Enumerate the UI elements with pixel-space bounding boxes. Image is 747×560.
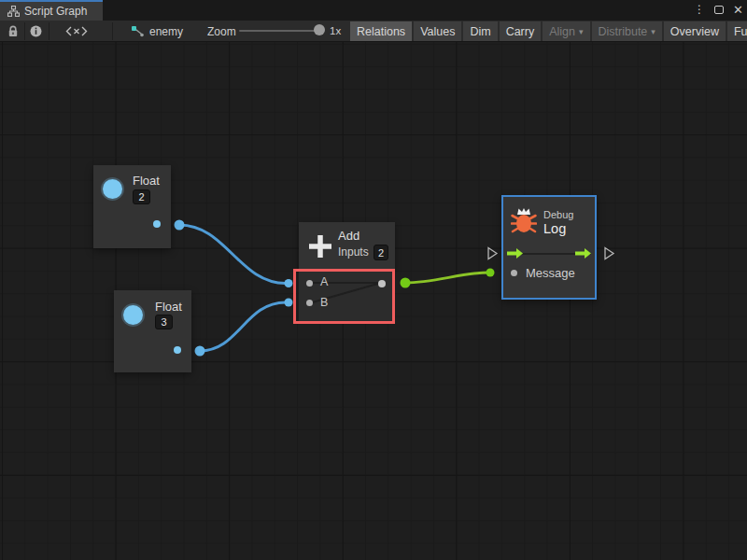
wire-float3-to-add-b[interactable] (200, 302, 286, 351)
port-b-label: B (320, 296, 328, 309)
graph-canvas[interactable]: Float 2 Float 3 Add Inputs 2 (0, 42, 747, 560)
relations-button[interactable]: Relations (350, 21, 412, 41)
float-value-field[interactable]: 3 (155, 315, 173, 329)
toolbar-separator (24, 22, 25, 40)
close-icon[interactable]: ✕ (733, 3, 743, 17)
toolbar-button-group: Relations Values Dim Carry Align▾ Distri… (350, 21, 747, 41)
graph-breadcrumb[interactable]: enemy (131, 22, 183, 40)
add-node-body[interactable]: A B (299, 271, 395, 323)
dim-button[interactable]: Dim (463, 21, 497, 41)
bug-icon (511, 205, 537, 235)
wire-float2-to-add-a[interactable] (179, 225, 286, 284)
node-float-3[interactable]: Float 3 (114, 290, 191, 372)
wire-endpoint[interactable] (401, 278, 411, 288)
flow-in-arrow-icon[interactable] (506, 247, 524, 259)
node-add[interactable]: Add Inputs 2 A B (299, 222, 395, 323)
add-node-header[interactable]: Add Inputs 2 (299, 222, 395, 271)
toolbar-separator (112, 22, 113, 40)
carry-button[interactable]: Carry (500, 21, 542, 41)
node-title: Log (543, 221, 566, 236)
lock-button[interactable] (4, 22, 22, 40)
graph-icon (131, 25, 145, 37)
tab-bar: Script Graph ⋮ ✕ (0, 0, 747, 21)
distribute-dropdown[interactable]: Distribute▾ (592, 21, 662, 41)
input-port-a[interactable] (306, 280, 313, 287)
toolbar-separator (49, 22, 49, 40)
script-graph-icon (7, 6, 20, 17)
node-category: Debug (543, 209, 573, 220)
plus-icon (306, 232, 334, 260)
message-input-port[interactable] (511, 270, 517, 276)
input-port-b[interactable] (306, 300, 313, 306)
wire-endpoint[interactable] (195, 346, 205, 357)
values-button[interactable]: Values (414, 21, 461, 41)
code-icon (65, 26, 88, 36)
flow-input-triangle-icon[interactable] (488, 248, 497, 259)
zoom-value: 1x (330, 25, 341, 36)
relations-lines (299, 271, 395, 323)
tab-script-graph[interactable]: Script Graph (0, 0, 103, 21)
float-value-field[interactable]: 2 (133, 189, 150, 204)
maximize-icon[interactable] (714, 6, 724, 14)
message-port-label: Message (526, 266, 575, 280)
wire-endpoint[interactable] (285, 299, 293, 307)
align-dropdown[interactable]: Align▾ (543, 21, 589, 41)
node-title: Float (133, 174, 160, 188)
inputs-label: Inputs (338, 245, 369, 259)
tab-title: Script Graph (24, 5, 87, 18)
output-port[interactable] (378, 280, 386, 287)
zoom-slider-handle[interactable] (314, 24, 325, 35)
window-controls: ⋮ ✕ (694, 0, 743, 19)
wire-add-to-log-message[interactable] (405, 273, 489, 283)
output-port[interactable] (153, 220, 161, 228)
node-float-2[interactable]: Float 2 (93, 165, 171, 248)
fullscreen-button[interactable]: Full Screen (727, 21, 747, 41)
chevron-down-icon: ▾ (579, 27, 584, 36)
float-type-icon (103, 179, 122, 199)
port-a-label: A (320, 275, 328, 288)
flow-out-arrow-icon[interactable] (574, 247, 592, 259)
info-button[interactable] (26, 22, 45, 40)
graph-toolbar: enemy Zoom 1x Relations Values Dim Carry… (0, 21, 747, 42)
info-icon (30, 25, 42, 37)
inputs-count-field[interactable]: 2 (374, 245, 388, 260)
graph-name: enemy (149, 25, 183, 38)
node-title: Float (155, 300, 182, 314)
flow-output-triangle-icon[interactable] (605, 248, 613, 259)
script-graph-window: Script Graph ⋮ ✕ (0, 0, 747, 560)
overview-button[interactable]: Overview (664, 21, 726, 41)
lock-icon (7, 25, 19, 37)
zoom-slider-track[interactable] (239, 30, 319, 32)
edit-source-button[interactable] (63, 22, 90, 40)
node-title: Add (338, 229, 359, 243)
window-menu-icon[interactable]: ⋮ (694, 3, 705, 16)
float-type-icon (123, 305, 143, 325)
zoom-label: Zoom (207, 25, 236, 38)
node-debug-log[interactable]: Debug Log Message (501, 195, 597, 300)
wire-endpoint[interactable] (285, 279, 293, 287)
wire-endpoint[interactable] (175, 220, 185, 231)
wire-endpoint[interactable] (486, 269, 495, 277)
output-port[interactable] (174, 346, 181, 354)
chevron-down-icon: ▾ (651, 27, 655, 36)
